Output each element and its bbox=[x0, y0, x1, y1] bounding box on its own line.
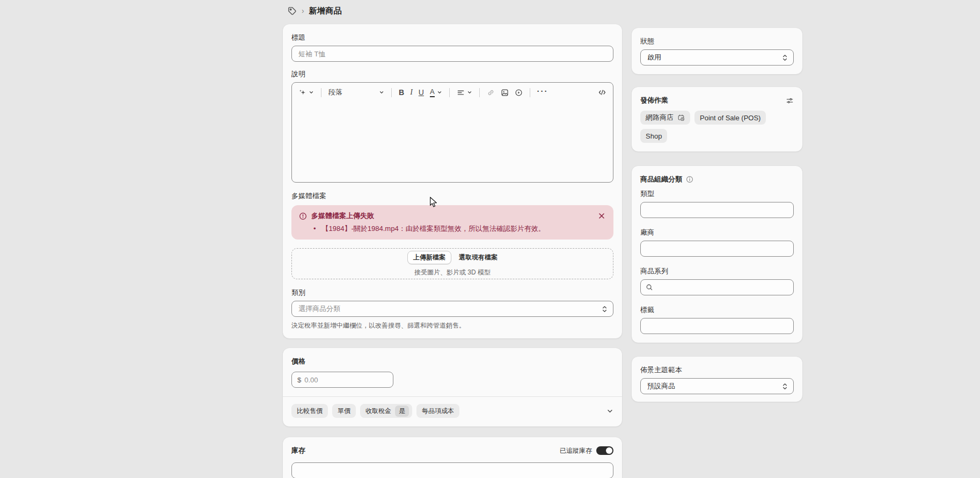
underline-button[interactable]: U bbox=[419, 89, 424, 96]
pricing-heading: 價格 bbox=[291, 357, 613, 366]
insert-video-button[interactable] bbox=[515, 89, 523, 97]
status-card: 狀態 啟用 bbox=[632, 28, 802, 74]
price-field[interactable]: $ bbox=[291, 372, 393, 388]
bold-button[interactable]: B bbox=[399, 89, 404, 96]
type-input[interactable] bbox=[640, 202, 794, 218]
inventory-card: 庫存 已追蹤庫存 bbox=[283, 437, 622, 478]
collections-label: 商品系列 bbox=[640, 266, 794, 276]
channel-shop: Shop bbox=[640, 129, 667, 143]
pricing-chips-row: 比較售價 單價 收取稅金 是 每品項成本 bbox=[291, 404, 613, 418]
italic-button[interactable]: I bbox=[410, 89, 413, 96]
tags-label: 標籤 bbox=[640, 305, 794, 315]
product-organization-card: 商品組織分類 類型 廠商 商品系列 bbox=[632, 166, 802, 343]
description-label: 說明 bbox=[291, 69, 613, 79]
media-error-detail: 【1984】-關於1984.mp4：由於檔案類型無效，所以無法確認影片有效。 bbox=[299, 224, 607, 233]
more-options-button[interactable]: ··· bbox=[537, 87, 548, 98]
calendar-clock-icon[interactable] bbox=[677, 114, 685, 121]
theme-template-label: 佈景主題範本 bbox=[640, 365, 794, 375]
select-updown-icon bbox=[782, 382, 788, 390]
chip-label: 每品項成本 bbox=[422, 407, 454, 416]
link-icon bbox=[487, 89, 495, 97]
inventory-tracked-toggle[interactable] bbox=[596, 446, 613, 455]
organization-heading: 商品組織分類 bbox=[640, 175, 682, 184]
select-updown-icon bbox=[602, 305, 608, 313]
toolbar-divider bbox=[449, 88, 450, 97]
category-select[interactable]: 選擇商品分類 bbox=[291, 301, 613, 317]
tags-input[interactable] bbox=[640, 318, 794, 334]
price-input[interactable] bbox=[304, 376, 387, 384]
breadcrumb: › 新增商品 bbox=[288, 6, 342, 16]
theme-template-card: 佈景主題範本 預設商品 bbox=[632, 357, 802, 402]
unit-price-chip[interactable]: 單價 bbox=[332, 404, 356, 418]
category-label: 類別 bbox=[291, 288, 613, 298]
theme-template-select[interactable]: 預設商品 bbox=[640, 378, 794, 394]
main-column: 標題 說明 段落 bbox=[283, 24, 622, 478]
sliders-icon[interactable] bbox=[786, 97, 794, 105]
insert-image-button[interactable] bbox=[501, 89, 509, 97]
select-existing-file-button[interactable]: 選取現有檔案 bbox=[459, 253, 498, 262]
pricing-card: 價格 $ 比較售價 單價 收取稅金 是 每品項成本 bbox=[283, 348, 622, 426]
chevron-down-icon bbox=[309, 90, 314, 95]
channel-label: Point of Sale (POS) bbox=[700, 114, 760, 122]
ai-assistant-button[interactable] bbox=[298, 89, 314, 97]
tag-icon[interactable] bbox=[288, 6, 297, 16]
toolbar-divider bbox=[530, 88, 530, 97]
status-value: 啟用 bbox=[647, 53, 782, 62]
expand-pricing-chevron-icon[interactable] bbox=[606, 408, 613, 415]
inventory-tracked-label: 已追蹤庫存 bbox=[560, 446, 592, 455]
title-input[interactable] bbox=[291, 46, 613, 62]
link-button[interactable] bbox=[487, 89, 495, 97]
editor-toolbar: 段落 B I U A bbox=[292, 83, 613, 102]
cost-per-item-chip[interactable]: 每品項成本 bbox=[416, 404, 459, 418]
chip-value: 是 bbox=[395, 405, 409, 417]
channel-pos: Point of Sale (POS) bbox=[694, 111, 766, 125]
media-label: 多媒體檔案 bbox=[291, 191, 613, 201]
text-color-button[interactable]: A bbox=[430, 88, 442, 97]
alert-circle-icon bbox=[299, 212, 307, 220]
chevron-down-icon bbox=[379, 90, 384, 95]
inventory-location-input[interactable] bbox=[291, 462, 613, 478]
category-placeholder: 選擇商品分類 bbox=[298, 304, 602, 314]
paragraph-style-dropdown[interactable]: 段落 bbox=[328, 88, 384, 97]
sales-channels-list: 網路商店 Point of Sale (POS) Shop bbox=[640, 111, 794, 143]
image-icon bbox=[501, 89, 509, 97]
publishing-card: 發佈作業 網路商店 bbox=[632, 87, 802, 151]
channel-online-store: 網路商店 bbox=[640, 111, 690, 125]
play-circle-icon bbox=[515, 89, 523, 97]
category-help: 決定稅率並新增中繼欄位，以改善搜尋、篩選和跨管道銷售。 bbox=[291, 321, 613, 330]
media-dropzone[interactable]: 上傳新檔案 選取現有檔案 接受圖片、影片或 3D 模型 bbox=[291, 248, 613, 279]
channel-label: Shop bbox=[646, 132, 662, 140]
editor-content[interactable] bbox=[292, 102, 613, 183]
collections-search-input[interactable] bbox=[640, 279, 794, 295]
chip-label: 收取稅金 bbox=[365, 407, 391, 416]
status-select[interactable]: 啟用 bbox=[640, 49, 794, 66]
product-details-card: 標題 說明 段落 bbox=[283, 24, 622, 338]
alignment-button[interactable] bbox=[457, 89, 472, 97]
rich-text-editor[interactable]: 段落 B I U A bbox=[291, 82, 613, 183]
compare-at-price-chip[interactable]: 比較售價 bbox=[291, 404, 328, 418]
charge-tax-chip[interactable]: 收取稅金 是 bbox=[360, 404, 412, 418]
close-icon[interactable] bbox=[596, 213, 607, 219]
chevron-down-icon bbox=[467, 90, 472, 95]
toolbar-divider bbox=[391, 88, 392, 97]
upload-new-file-button[interactable]: 上傳新檔案 bbox=[407, 251, 451, 264]
inventory-heading: 庫存 bbox=[291, 446, 305, 455]
channel-label: 網路商店 bbox=[646, 113, 674, 122]
sidebar-column: 狀態 啟用 發佈作業 網路商店 bbox=[632, 28, 802, 402]
status-label: 狀態 bbox=[640, 37, 794, 46]
page-title: 新增商品 bbox=[309, 6, 342, 16]
search-icon bbox=[646, 284, 653, 291]
chevron-down-icon bbox=[437, 90, 442, 95]
toolbar-divider bbox=[479, 88, 480, 97]
vendor-input[interactable] bbox=[640, 241, 794, 257]
theme-template-value: 預設商品 bbox=[647, 381, 782, 391]
info-icon[interactable] bbox=[686, 176, 693, 183]
vendor-label: 廠商 bbox=[640, 228, 794, 237]
media-accept-hint: 接受圖片、影片或 3D 模型 bbox=[414, 268, 491, 277]
divider bbox=[283, 396, 622, 397]
type-label: 類型 bbox=[640, 189, 794, 199]
paragraph-style-value: 段落 bbox=[328, 88, 342, 97]
show-html-button[interactable] bbox=[598, 88, 606, 97]
select-updown-icon bbox=[782, 54, 788, 62]
publishing-heading: 發佈作業 bbox=[640, 96, 668, 105]
